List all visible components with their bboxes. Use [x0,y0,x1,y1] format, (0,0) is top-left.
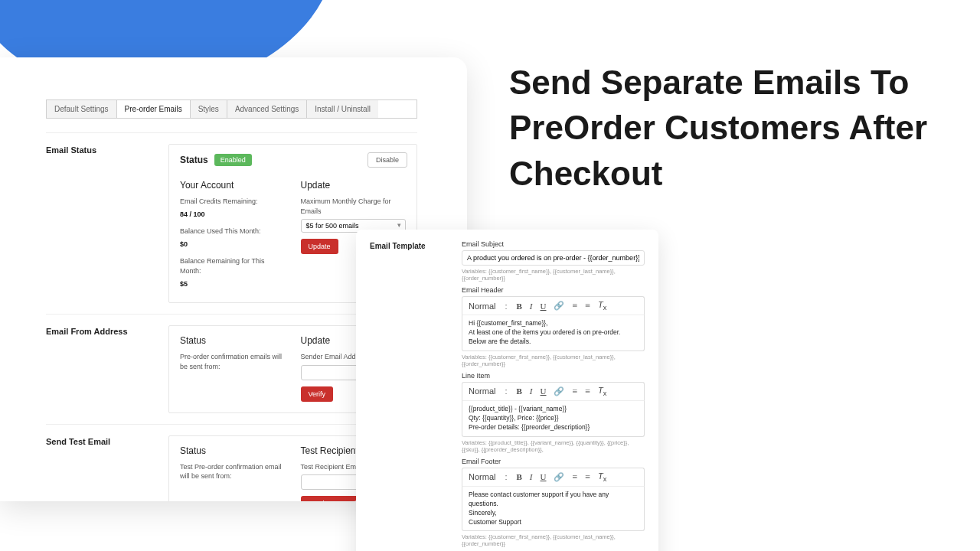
header-toolbar: Normal : B I U 🔗 ≡ ≡ Tx [462,296,645,315]
status-heading: Status [180,335,286,346]
italic-icon[interactable]: I [530,386,533,396]
unordered-list-icon[interactable]: ≡ [585,386,590,397]
footer-editor[interactable]: Please contact customer support if you h… [462,486,645,532]
bold-icon[interactable]: B [517,302,522,311]
tab-styles[interactable]: Styles [191,100,227,118]
disable-button[interactable]: Disable [368,152,407,168]
status-label: Status [180,155,208,165]
bold-icon[interactable]: B [517,472,522,481]
footer-toolbar: Normal : B I U 🔗 ≡ ≡ Tx [462,468,645,486]
update-button[interactable]: Update [301,239,338,254]
underline-icon[interactable]: U [541,386,547,396]
header-vars: Variables: {{customer_first_name}}, {{cu… [462,354,645,367]
link-icon[interactable]: 🔗 [554,472,564,482]
ordered-list-icon[interactable]: ≡ [572,300,577,311]
tab-advanced-settings[interactable]: Advanced Settings [227,100,307,118]
underline-icon[interactable]: U [541,302,547,311]
clear-format-icon[interactable]: Tx [598,471,606,483]
format-normal[interactable]: Normal [469,386,495,396]
balance-used-value: $0 [180,240,286,249]
italic-icon[interactable]: I [530,302,533,311]
max-charge-label: Maximum Monthly Charge for Emails [301,197,407,216]
status-desc: Pre-order confirmation emails will be se… [180,352,286,371]
lineitem-editor[interactable]: {{product_title}} - {{variant_name}} Qty… [462,400,645,437]
status-heading: Status [180,445,286,456]
balance-remain-label: Balance Remaining for This Month: [180,256,286,276]
status-badge: Enabled [214,154,252,166]
bold-icon[interactable]: B [517,386,522,396]
lineitem-vars: Variables: {{product_title}}, {{variant_… [462,439,645,453]
balance-remain-value: $5 [180,279,286,289]
tab-install-uninstall[interactable]: Install / Uninstall [307,100,378,118]
format-normal[interactable]: Normal [469,302,495,311]
ordered-list-icon[interactable]: ≡ [572,471,577,483]
subject-vars: Variables: {{customer_first_name}}, {{cu… [462,268,645,282]
footer-vars: Variables: {{customer_first_name}}, {{cu… [462,533,645,547]
tabs: Default Settings Pre-order Emails Styles… [46,99,417,119]
subject-label: Email Subject [462,240,645,248]
ordered-list-icon[interactable]: ≡ [572,386,577,397]
lineitem-toolbar: Normal : B I U 🔗 ≡ ≡ Tx [462,382,645,400]
section-title: Send Test Email [46,435,168,501]
italic-icon[interactable]: I [530,472,533,481]
balance-used-label: Balance Used This Month: [180,227,286,236]
your-account-heading: Your Account [180,180,286,191]
header-label: Email Header [462,286,645,294]
section-title: Email From Address [46,325,168,413]
header-editor[interactable]: Hi {{customer_first_name}}, At least one… [462,315,645,351]
clear-format-icon[interactable]: Tx [598,386,606,397]
section-title: Email Status [46,144,168,303]
format-normal[interactable]: Normal [469,472,495,481]
lineitem-label: Line Item [462,372,645,380]
status-desc: Test Pre-order confirmation email will b… [180,462,286,481]
link-icon[interactable]: 🔗 [554,386,564,396]
clear-format-icon[interactable]: Tx [598,300,606,311]
tab-default-settings[interactable]: Default Settings [47,100,117,118]
subject-input[interactable] [462,250,645,266]
footer-label: Email Footer [462,458,645,465]
credits-label: Email Credits Remaining: [180,197,286,207]
email-template-overlay: Email Template Email Subject Variables: … [356,230,658,551]
update-heading: Update [301,180,407,191]
tab-preorder-emails[interactable]: Pre-order Emails [117,100,191,118]
unordered-list-icon[interactable]: ≡ [585,471,590,483]
unordered-list-icon[interactable]: ≡ [585,300,590,311]
overlay-title: Email Template [370,240,462,551]
verify-button[interactable]: Verify [301,386,334,402]
hero-headline: Send Separate Emails To PreOrder Custome… [509,60,946,196]
underline-icon[interactable]: U [541,472,547,481]
credits-value: 84 / 100 [180,210,286,220]
link-icon[interactable]: 🔗 [554,301,564,311]
